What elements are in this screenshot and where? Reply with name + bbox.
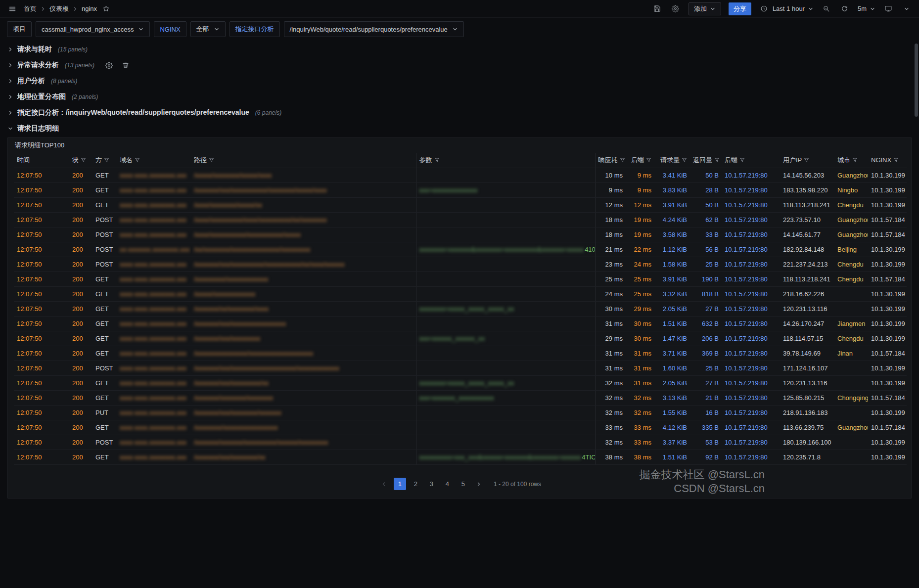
cell-nginx-ip: 10.1.30.199 <box>868 375 907 390</box>
filter-icon[interactable] <box>104 157 109 163</box>
cell-backend-ip: 10.1.57.219:80 <box>722 227 780 242</box>
column-header[interactable]: 后端 <box>626 153 654 168</box>
table-row: 12:07:50200GETxxxx-xxxx.xxxxxxxx.xxx/xxx… <box>14 271 907 286</box>
prev-page-button[interactable] <box>378 478 390 490</box>
cell-response-time: 21 ms <box>595 242 626 257</box>
page-button[interactable]: 4 <box>441 478 454 490</box>
cell-user-ip: 120.231.13.116 <box>780 375 834 390</box>
next-page-button[interactable] <box>473 478 485 490</box>
section-row-collapsed[interactable]: 用户分析(8 panels) <box>3 73 916 89</box>
save-icon[interactable] <box>652 3 663 14</box>
monitor-icon[interactable] <box>883 3 894 14</box>
cell-response-time: 29 ms <box>595 331 626 346</box>
column-header[interactable]: 用户IP <box>780 153 834 168</box>
cell-status: 200 <box>69 435 92 450</box>
star-icon[interactable] <box>100 3 111 14</box>
column-header[interactable]: NGINX <box>868 153 907 168</box>
column-header[interactable]: 后端 <box>722 153 780 168</box>
filter-icon[interactable] <box>714 157 720 163</box>
variable-select[interactable]: cassmall_hwprod_nginx_access <box>36 21 150 37</box>
chevron-down-icon <box>870 6 875 12</box>
breadcrumb-item[interactable]: 首页 <box>24 4 37 13</box>
filter-icon[interactable] <box>646 157 651 163</box>
chevron-down-icon[interactable] <box>901 3 912 14</box>
cell-response-time: 31 ms <box>595 361 626 375</box>
filter-icon[interactable] <box>81 157 86 163</box>
redacted-domain: xxxx-xxxx.xxxxxxxx.xxx <box>120 172 186 179</box>
time-range-picker[interactable]: Last 1 hour <box>759 3 814 14</box>
redacted-params: xxx=xxxxxxx_xxxxxxxxxxx <box>419 394 494 402</box>
page-button[interactable]: 1 <box>394 478 406 490</box>
filter-icon[interactable] <box>620 157 625 163</box>
section-row-collapsed[interactable]: 地理位置分布图(2 panels) <box>3 89 916 105</box>
clock-icon <box>759 3 770 14</box>
page-button[interactable]: 2 <box>410 478 422 490</box>
filter-icon[interactable] <box>893 157 899 163</box>
page-button[interactable]: 5 <box>457 478 469 490</box>
add-button[interactable]: 添加 <box>689 2 721 15</box>
refresh-interval-dropdown[interactable]: 5m <box>858 5 875 12</box>
refresh-icon[interactable] <box>839 3 850 14</box>
filter-icon[interactable] <box>209 157 214 163</box>
cell-response-time: 25 ms <box>595 271 626 286</box>
column-header-inner: 时间 <box>17 156 30 165</box>
cell-time: 12:07:50 <box>14 182 69 197</box>
section-row-collapsed[interactable]: 请求与耗时(15 panels) <box>3 42 916 57</box>
variable-select[interactable]: 全部 <box>190 21 226 37</box>
filter-icon[interactable] <box>804 157 809 163</box>
cell-status: 200 <box>69 405 92 420</box>
cell-time: 12:07:50 <box>14 227 69 242</box>
page-button[interactable]: 3 <box>425 478 438 490</box>
cell-city: Chengdu <box>834 197 868 212</box>
cell-nginx-ip: 10.1.30.199 <box>868 316 907 331</box>
column-header[interactable]: 请求量 <box>654 153 690 168</box>
cell-return-size: 190 B <box>690 271 722 286</box>
cell-user-ip: 39.78.149.69 <box>780 346 834 361</box>
chevron-right-icon <box>7 62 13 68</box>
breadcrumb-item[interactable]: 仪表板 <box>49 4 69 13</box>
filter-icon[interactable] <box>135 157 140 163</box>
gear-icon[interactable] <box>670 3 681 14</box>
zoom-out-icon[interactable] <box>821 3 832 14</box>
cell-domain: xxxx-xxxx.xxxxxxxx.xxx <box>117 286 191 301</box>
column-header[interactable]: 状 <box>69 153 92 168</box>
redacted-domain: xxxx-xxxx.xxxxxxxx.xxx <box>120 290 186 298</box>
redacted-path: /xxxx/xxxxxxxx/xxxxx/xx <box>194 201 262 209</box>
cell-method: GET <box>92 316 117 331</box>
cell-time: 12:07:50 <box>14 271 69 286</box>
column-header[interactable]: 响应耗 <box>595 153 626 168</box>
cell-params <box>416 286 595 301</box>
cell-request-size: 3.83 KiB <box>654 182 690 197</box>
share-button[interactable]: 分享 <box>729 2 751 15</box>
section-row-expanded[interactable]: 请求日志明细 <box>3 121 916 136</box>
column-label: 城市 <box>837 156 850 165</box>
section-row-collapsed[interactable]: 指定接口分析：/inquiryWeb/quote/read/supplierqu… <box>3 105 916 121</box>
column-header[interactable]: 城市 <box>834 153 868 168</box>
gear-icon[interactable] <box>104 61 113 70</box>
cell-return-size: 369 B <box>690 346 722 361</box>
column-header[interactable]: 参数 <box>416 153 595 168</box>
cell-time: 12:07:50 <box>14 257 69 271</box>
hamburger-menu-icon[interactable] <box>7 3 18 14</box>
column-header[interactable]: 返回量 <box>690 153 722 168</box>
section-row-collapsed[interactable]: 异常请求分析(13 panels) <box>3 57 916 73</box>
scrollbar[interactable] <box>915 44 918 117</box>
trash-icon[interactable] <box>121 61 130 70</box>
redacted-path: /xxxxxxx/xxx/xxxxxxxx/xx <box>194 453 265 461</box>
column-header[interactable]: 域名 <box>117 153 191 168</box>
filter-icon[interactable] <box>852 157 858 163</box>
cell-city: Ningbo <box>834 182 868 197</box>
breadcrumb-item[interactable]: nginx <box>82 5 97 12</box>
filter-icon[interactable] <box>739 157 745 163</box>
column-header[interactable]: 方 <box>92 153 117 168</box>
cell-request-size: 2.05 KiB <box>654 375 690 390</box>
filter-icon[interactable] <box>682 157 687 163</box>
cell-backend-time: 32 ms <box>626 405 654 420</box>
column-header[interactable]: 路径 <box>191 153 416 168</box>
variable-select[interactable]: /inquiryWeb/quote/read/supplierquotes/pr… <box>284 21 464 37</box>
column-header[interactable]: 时间 <box>14 153 69 168</box>
cell-city <box>834 286 868 301</box>
filter-icon[interactable] <box>434 157 440 163</box>
cell-path: /xxxxxxxxx/xxxxxxxxxxxxx <box>191 271 416 286</box>
cell-domain: xxxx-xxxx.xxxxxxxx.xxx <box>117 271 191 286</box>
